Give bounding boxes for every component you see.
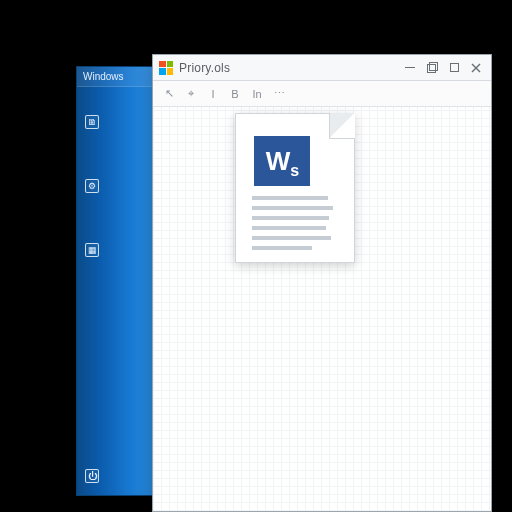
svg-rect-1 — [427, 65, 435, 73]
page-fold-icon — [329, 113, 355, 139]
start-panel-footer[interactable]: ⏻ — [85, 469, 105, 483]
text-tool-button[interactable]: I — [203, 84, 223, 104]
maximize-button[interactable] — [443, 59, 465, 77]
apps-icon: ▦ — [85, 243, 99, 257]
insert-tool-button[interactable]: In — [247, 84, 267, 104]
word-badge-sub: s — [290, 162, 298, 186]
more-tool-button[interactable]: ⋯ — [269, 84, 289, 104]
select-icon: ⌖ — [188, 87, 194, 100]
bold-icon: B — [231, 88, 238, 100]
window-title: Priory.ols — [179, 61, 230, 75]
text-icon: I — [211, 88, 214, 100]
word-document-icon[interactable]: Ws — [235, 113, 355, 263]
more-icon: ⋯ — [274, 87, 285, 100]
file-icon: 🗎 — [85, 115, 99, 129]
doc-preview-lines — [252, 196, 338, 250]
titlebar[interactable]: Priory.ols — [153, 55, 491, 81]
word-badge-main: W — [266, 146, 290, 177]
power-icon: ⏻ — [85, 469, 99, 483]
document-canvas[interactable]: Ws — [153, 107, 491, 511]
word-badge-icon: Ws — [254, 136, 310, 186]
bold-tool-button[interactable]: B — [225, 84, 245, 104]
svg-rect-0 — [429, 63, 437, 71]
settings-icon: ⚙ — [85, 179, 99, 193]
cursor-tool-button[interactable]: ↖ — [159, 84, 179, 104]
restore-button[interactable] — [421, 59, 443, 77]
start-panel-title-text: Windows — [83, 71, 124, 82]
toolbar: ↖ ⌖ I B In ⋯ — [153, 81, 491, 107]
close-button[interactable] — [465, 59, 487, 77]
minimize-button[interactable] — [399, 59, 421, 77]
cursor-icon: ↖ — [165, 87, 174, 100]
insert-icon: In — [252, 88, 261, 100]
editor-window: Priory.ols ↖ ⌖ I B In ⋯ — [152, 54, 492, 512]
select-tool-button[interactable]: ⌖ — [181, 84, 201, 104]
app-logo-icon — [159, 61, 173, 75]
